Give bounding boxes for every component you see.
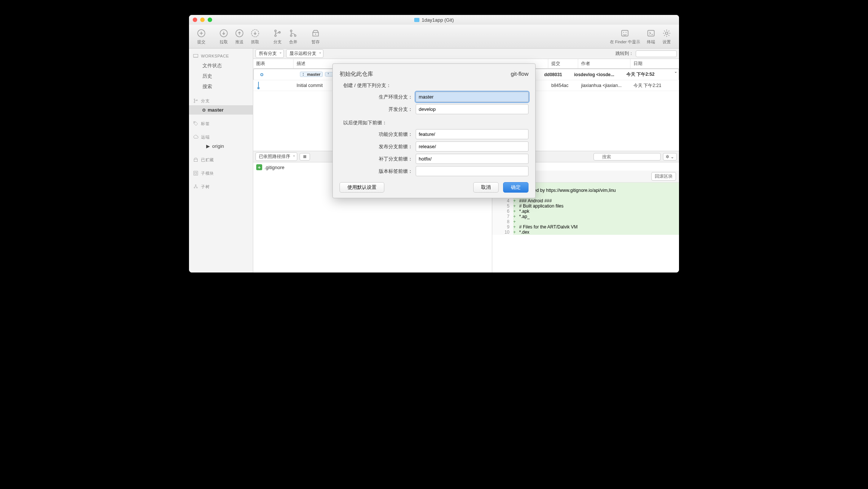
svg-point-26 <box>303 75 304 76</box>
svg-point-8 <box>290 35 292 36</box>
svg-point-24 <box>196 187 198 188</box>
minimize-icon[interactable] <box>200 18 205 22</box>
diff-settings-button[interactable]: ✲ ⌄ <box>663 153 677 161</box>
release-prefix-input[interactable] <box>416 141 528 152</box>
dialog-title: 初始化此仓库 <box>340 71 373 78</box>
svg-point-4 <box>275 30 276 31</box>
col-author: 作者 <box>578 59 630 68</box>
col-date: 日期 <box>630 59 679 68</box>
revert-hunk-button[interactable]: 回滚区块 <box>651 172 676 181</box>
ok-button[interactable]: 确定 <box>503 182 528 193</box>
sidebar-branch-master[interactable]: master <box>189 105 253 115</box>
remotes-header[interactable]: 远端 <box>189 132 253 141</box>
stash-button[interactable]: 暂存 <box>308 28 323 45</box>
tags-header[interactable]: 标签 <box>189 118 253 128</box>
submodules-header[interactable]: 子模块 <box>189 168 253 178</box>
jump-to-label: 跳转到： <box>616 50 633 57</box>
tag-prefix-input[interactable] <box>416 166 528 176</box>
sidebar-history[interactable]: 历史 <box>189 71 253 81</box>
push-button[interactable]: 推送 <box>232 28 247 45</box>
col-commit: 提交 <box>548 59 578 68</box>
folder-icon <box>414 18 419 22</box>
gitflow-dialog: 初始化此仓库 git-flow 创建 / 使用下列分支： 生产环境分支： 开发分… <box>332 63 536 198</box>
svg-point-18 <box>194 122 195 123</box>
develop-branch-input[interactable] <box>416 104 528 114</box>
file-sort-select[interactable]: 已依照路径排序 <box>255 152 297 161</box>
svg-point-15 <box>194 99 195 100</box>
use-defaults-button[interactable]: 使用默认设置 <box>340 182 384 193</box>
zoom-icon[interactable] <box>208 18 212 22</box>
svg-point-7 <box>290 30 292 31</box>
graph-node-icon <box>260 73 263 76</box>
cancel-button[interactable]: 取消 <box>473 182 499 193</box>
diff-search-input[interactable] <box>593 153 661 161</box>
stashes-header[interactable]: 已贮藏 <box>189 155 253 164</box>
toolbar: 提交 拉取 推送 抓取 分支 合并 暂存 在 Finder 中显示 终端 设置 <box>189 25 679 49</box>
titlebar: 1day1app (Git) <box>189 15 679 25</box>
subtrees-header[interactable]: 子树 <box>189 181 253 191</box>
branch-badge: master <box>300 72 323 77</box>
svg-point-5 <box>275 35 276 36</box>
jump-to-select[interactable] <box>636 50 677 57</box>
fetch-button[interactable]: 抓取 <box>247 28 263 45</box>
filter-bar: 所有分支 显示远程分支 跳转到： <box>253 49 679 59</box>
svg-rect-21 <box>195 172 196 174</box>
svg-point-9 <box>294 35 296 36</box>
remote-filter-select[interactable]: 显示远程分支 <box>286 49 323 58</box>
dialog-section1: 创建 / 使用下列分支： <box>343 82 528 89</box>
hotfix-prefix-input[interactable] <box>416 154 528 164</box>
graph-node-icon <box>257 87 260 89</box>
production-branch-input[interactable] <box>416 92 528 102</box>
svg-point-25 <box>303 73 304 74</box>
svg-rect-14 <box>193 54 198 57</box>
commit-button[interactable]: 提交 <box>193 28 209 45</box>
col-graph: 图表 <box>253 59 294 68</box>
workspace-header: WORKSPACE <box>189 51 253 60</box>
branch-filter-select[interactable]: 所有分支 <box>255 49 284 58</box>
current-branch-icon <box>202 109 205 112</box>
feature-prefix-input[interactable] <box>416 129 528 139</box>
sidebar: WORKSPACE 文件状态 历史 搜索 分支 master 标签 远端 ▶ o… <box>189 49 253 272</box>
branches-header[interactable]: 分支 <box>189 96 253 105</box>
branch-button[interactable]: 分支 <box>270 28 285 45</box>
pull-button[interactable]: 拉取 <box>216 28 232 45</box>
added-file-icon: + <box>256 164 262 170</box>
svg-point-22 <box>195 185 196 186</box>
sidebar-search[interactable]: 搜索 <box>189 81 253 92</box>
settings-button[interactable]: 设置 <box>659 28 675 45</box>
sidebar-file-status[interactable]: 文件状态 <box>189 60 253 71</box>
svg-point-23 <box>194 187 195 188</box>
app-window: 1day1app (Git) 提交 拉取 推送 抓取 分支 合并 暂存 在 Fi… <box>189 15 679 272</box>
disclosure-icon: ▶ <box>206 143 210 149</box>
terminal-button[interactable]: 终端 <box>643 28 659 45</box>
window-title-wrap: 1day1app (Git) <box>414 17 454 23</box>
window-title: 1day1app (Git) <box>422 17 454 23</box>
svg-point-27 <box>328 73 329 74</box>
sidebar-remote-origin[interactable]: ▶ origin <box>189 141 253 151</box>
svg-point-13 <box>666 32 668 34</box>
dialog-section2: 以后使用如下前缀： <box>343 119 528 126</box>
list-view-button[interactable]: ≡ <box>300 153 310 161</box>
dialog-subtitle: git-flow <box>511 71 528 78</box>
svg-point-16 <box>194 102 195 103</box>
file-name: .gitignore <box>264 165 284 170</box>
svg-rect-20 <box>194 171 198 175</box>
svg-rect-19 <box>194 159 197 162</box>
close-icon[interactable] <box>193 18 197 22</box>
show-in-finder-button[interactable]: 在 Finder 中显示 <box>607 28 643 45</box>
merge-button[interactable]: 合并 <box>285 28 301 45</box>
